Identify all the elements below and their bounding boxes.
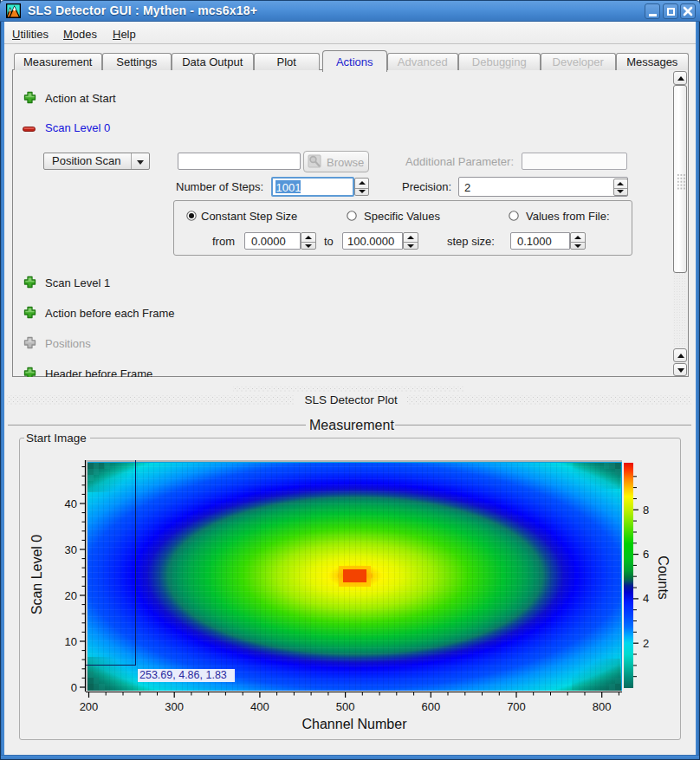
svg-text:8: 8 bbox=[643, 503, 649, 516]
svg-text:Scan Level 0: Scan Level 0 bbox=[29, 535, 44, 615]
svg-text:6: 6 bbox=[643, 548, 649, 561]
svg-text:30: 30 bbox=[65, 543, 77, 556]
svg-text:800: 800 bbox=[593, 700, 612, 713]
svg-text:40: 40 bbox=[65, 497, 77, 510]
svg-text:4: 4 bbox=[643, 592, 649, 605]
svg-text:Counts: Counts bbox=[656, 555, 671, 600]
svg-text:600: 600 bbox=[421, 700, 440, 713]
svg-text:0: 0 bbox=[71, 681, 77, 694]
svg-text:300: 300 bbox=[165, 700, 184, 713]
svg-text:700: 700 bbox=[507, 700, 526, 713]
svg-text:Channel Number: Channel Number bbox=[302, 717, 408, 731]
svg-text:10: 10 bbox=[65, 635, 77, 648]
svg-text:20: 20 bbox=[65, 589, 77, 602]
svg-text:500: 500 bbox=[336, 700, 355, 713]
svg-text:200: 200 bbox=[80, 700, 99, 713]
svg-text:400: 400 bbox=[250, 700, 269, 713]
svg-text:2: 2 bbox=[643, 637, 649, 650]
